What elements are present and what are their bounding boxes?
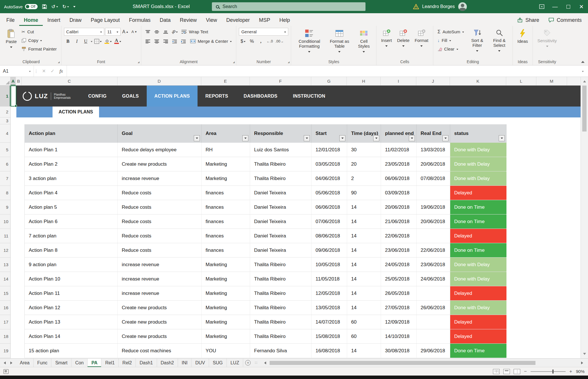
table-cell[interactable]: 14/10/2018	[381, 329, 417, 343]
sheet-tab-pa[interactable]: PA	[88, 359, 101, 367]
table-cell[interactable]: 60	[347, 329, 381, 343]
align-center-button[interactable]	[153, 37, 161, 45]
maximize-button[interactable]	[562, 0, 575, 13]
table-cell[interactable]: 10/05/2018	[312, 258, 347, 272]
collapse-ribbon-button[interactable]	[581, 59, 585, 63]
horizontal-scroll-thumb[interactable]	[270, 361, 535, 365]
table-cell[interactable]: 2	[347, 171, 381, 185]
table-cell[interactable]: Action Plan 6	[25, 214, 118, 229]
sheet-nav-right-button[interactable]	[8, 359, 16, 367]
warning-icon[interactable]	[413, 4, 419, 9]
scroll-up-button[interactable]	[581, 77, 588, 84]
table-header-action-plan[interactable]: Action plan	[25, 124, 118, 143]
status-cell[interactable]: Done on Time	[450, 200, 506, 214]
table-cell[interactable]: Daniel Teixeira	[250, 200, 312, 214]
sheet-tab-dash1[interactable]: Dash1	[136, 359, 157, 367]
table-cell[interactable]: 21/06/2018	[381, 214, 417, 229]
table-cell[interactable]: 19/06/2018	[417, 200, 450, 214]
vertical-scrollbar[interactable]	[581, 77, 588, 358]
sheet-tab-sug[interactable]: SUG	[209, 359, 227, 367]
table-cell[interactable]: Reduce costs	[118, 214, 202, 229]
align-top-button[interactable]	[144, 28, 152, 36]
table-cell[interactable]: Action Plan 1	[25, 143, 118, 157]
autosave-toggle[interactable]: AutoSave Off	[4, 4, 38, 9]
page-break-view-button[interactable]	[514, 369, 520, 374]
fill-color-button[interactable]	[103, 37, 113, 45]
align-bottom-button[interactable]	[162, 28, 170, 36]
row-header-8[interactable]: 8	[0, 186, 10, 200]
status-cell[interactable]: Done with Delay	[450, 157, 506, 171]
ribbon-tab-draw[interactable]: Draw	[65, 14, 86, 26]
column-header-k[interactable]: K	[450, 77, 506, 85]
filter-button[interactable]	[409, 135, 415, 141]
zoom-slider[interactable]	[531, 371, 566, 372]
autosave-switch[interactable]: Off	[25, 4, 38, 9]
table-cell[interactable]: 05/06/2018	[312, 186, 347, 200]
row-header-16[interactable]: 16	[0, 301, 10, 315]
table-cell[interactable]: 14/07/2018	[312, 315, 347, 329]
align-right-button[interactable]	[162, 37, 170, 45]
row-header-5[interactable]: 5	[0, 143, 10, 157]
wrap-text-button[interactable]: Wrap Text	[179, 28, 210, 36]
table-cell[interactable]: Marketing	[202, 258, 250, 272]
format-cells-button[interactable]: Format	[413, 28, 430, 49]
find-select-button[interactable]: Find & Select	[489, 28, 510, 54]
hscroll-left-button[interactable]	[260, 361, 268, 364]
table-cell[interactable]: 30/08/2018	[381, 344, 417, 358]
table-cell[interactable]: Thalita Ribeiro	[250, 171, 312, 185]
cut-button[interactable]: ✂Cut	[20, 28, 58, 36]
row-header-11[interactable]: 11	[0, 229, 10, 243]
table-cell[interactable]: 09/06/2018	[312, 243, 347, 257]
format-as-table-button[interactable]: Format as Table	[326, 28, 353, 55]
table-cell[interactable]: Marketing	[202, 315, 250, 329]
sheet-nav-left-button[interactable]	[0, 359, 8, 367]
filter-button[interactable]	[339, 135, 345, 141]
row-header-15[interactable]: 15	[0, 286, 10, 301]
table-cell[interactable]: Thalita Ribeiro	[250, 286, 312, 300]
scroll-down-button[interactable]	[581, 351, 588, 358]
sheet-tab-area[interactable]: Area	[16, 359, 34, 367]
table-cell[interactable]: 23/05/2018	[381, 157, 417, 171]
formula-input[interactable]	[67, 65, 578, 77]
table-cell[interactable]: finances	[202, 200, 250, 214]
merge-center-button[interactable]: Merge & Center	[188, 37, 234, 45]
table-cell[interactable]: 16/08/2018	[312, 344, 347, 358]
table-cell[interactable]: Luiz dos Santos	[250, 143, 312, 157]
table-cell[interactable]: Thalita Ribeiro	[250, 329, 312, 343]
table-cell[interactable]: Create new products	[118, 157, 202, 171]
align-middle-button[interactable]	[153, 28, 161, 36]
table-cell[interactable]: 90	[347, 186, 381, 200]
clipboard-dialog-launcher[interactable]: ◢	[58, 61, 59, 63]
status-cell[interactable]: Done on Time	[450, 243, 506, 257]
row-header-12[interactable]: 12	[0, 243, 10, 258]
table-cell[interactable]: 23/06/2018	[381, 243, 417, 257]
orientation-button[interactable]: ab	[171, 28, 179, 36]
status-cell[interactable]: Done with Delay	[450, 272, 506, 286]
row-header-7[interactable]: 7	[0, 171, 10, 186]
row-header-19[interactable]: 19	[0, 344, 10, 358]
table-cell[interactable]: 07/08/2018	[417, 171, 450, 185]
status-cell[interactable]: Done with Delay	[450, 258, 506, 272]
table-header-start[interactable]: Start	[312, 124, 347, 143]
table-header-real-end[interactable]: Real End	[417, 124, 450, 143]
select-all-button[interactable]	[0, 77, 11, 85]
selected-cell-a1[interactable]	[11, 86, 16, 107]
table-cell[interactable]: 20/06/2018	[417, 157, 450, 171]
new-sheet-button[interactable]: +	[243, 359, 253, 367]
table-cell[interactable]: 29/06/2018	[417, 344, 450, 358]
nav-item-dashboards[interactable]: DASHBOARDS	[236, 86, 285, 107]
table-cell[interactable]: finances	[202, 243, 250, 257]
table-header-responsible[interactable]: Responsible	[250, 124, 312, 143]
row-header-6[interactable]: 6	[0, 157, 10, 171]
ribbon-tab-page-layout[interactable]: Page Layout	[86, 14, 124, 26]
column-header-m[interactable]: M	[536, 77, 567, 85]
ribbon-display-options-button[interactable]	[535, 0, 548, 13]
insert-cells-button[interactable]: Insert	[379, 28, 394, 49]
number-format-select[interactable]: General	[239, 28, 288, 36]
table-cell[interactable]: Action Plan 2	[25, 157, 118, 171]
copy-button[interactable]: Copy	[20, 36, 58, 44]
table-cell[interactable]: Create new products	[118, 301, 202, 315]
filter-button[interactable]	[442, 135, 448, 141]
table-cell[interactable]: 26/05/2018	[381, 286, 417, 300]
delete-cells-button[interactable]: Delete	[395, 28, 411, 49]
